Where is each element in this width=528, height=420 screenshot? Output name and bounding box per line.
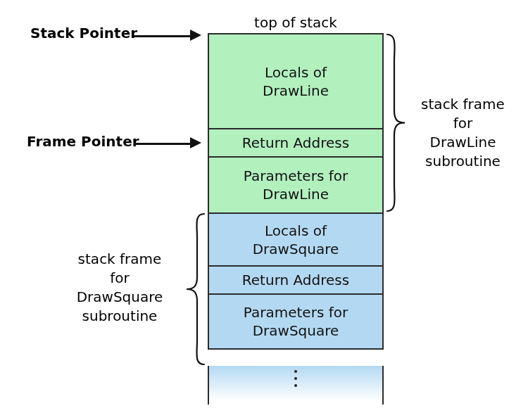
stack-pointer-arrow	[134, 32, 204, 43]
caption-drawsquare-line4: subroutine	[56, 307, 183, 326]
cell-drawsquare-locals: Locals ofDrawSquare	[208, 212, 384, 265]
frame-pointer-arrow	[134, 139, 204, 151]
brace-drawline	[386, 33, 407, 212]
stack-fade	[208, 366, 384, 405]
caption-drawsquare-line2: for	[56, 269, 183, 288]
caption-drawsquare-line1: stack frame	[56, 250, 183, 269]
top-of-stack-label: top of stack	[208, 14, 384, 31]
caption-drawsquare: stack frame for DrawSquare subroutine	[56, 250, 183, 326]
caption-drawline: stack frame for DrawLine subroutine	[408, 95, 517, 171]
caption-drawline-line1: stack frame	[408, 95, 517, 114]
cell-drawsquare-params: Parameters forDrawSquare	[208, 293, 384, 350]
caption-drawline-line4: subroutine	[408, 152, 517, 171]
brace-drawsquare	[184, 212, 206, 366]
call-stack-diagram: top of stack Stack Pointer Frame Pointer…	[0, 0, 528, 420]
frame-pointer-label: Frame Pointer	[27, 133, 139, 150]
vertical-dots-icon	[209, 370, 382, 387]
stack-pointer-label: Stack Pointer	[30, 25, 137, 42]
stack-column: Locals ofDrawLine Return Address Paramet…	[208, 33, 384, 350]
caption-drawline-line3: DrawLine	[408, 133, 517, 152]
caption-drawline-line2: for	[408, 114, 517, 133]
cell-drawsquare-return: Return Address	[208, 265, 384, 293]
caption-drawsquare-line3: DrawSquare	[56, 288, 183, 307]
cell-drawline-locals: Locals ofDrawLine	[208, 33, 384, 128]
cell-drawline-return: Return Address	[208, 128, 384, 156]
cell-drawline-params: Parameters forDrawLine	[208, 156, 384, 212]
